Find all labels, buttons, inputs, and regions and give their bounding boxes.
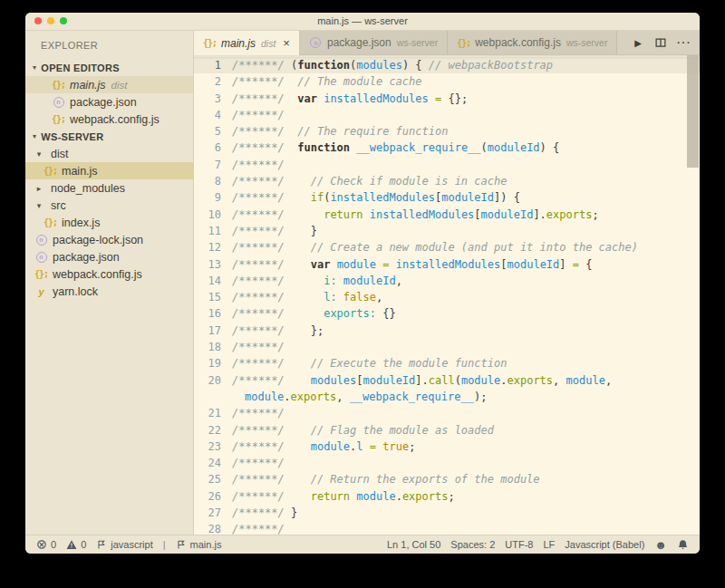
statusbar-text: UTF-8 xyxy=(505,539,533,550)
code-line: 14/******/ i: moduleId, xyxy=(194,273,700,289)
tab-detail: ws-server xyxy=(397,37,439,48)
npm-package-icon: n xyxy=(309,37,323,49)
tree-folder-node_modules[interactable]: ▸node_modules xyxy=(25,179,193,197)
code-text: /******/ // Execute the module function xyxy=(221,355,507,371)
code-line: 24/******/ xyxy=(194,455,700,471)
statusbar-item[interactable]: Javascript (Babel) xyxy=(565,539,644,550)
tree-folder-src[interactable]: ▾src xyxy=(25,197,193,214)
line-number: 18 xyxy=(194,339,221,355)
line-number: 2 xyxy=(194,73,221,90)
tree-file-webpack.config.js[interactable]: {};webpack.config.js xyxy=(25,265,193,283)
explorer-sidebar: EXPLORER ▾ OPEN EDITORS {};main.jsdistnp… xyxy=(25,31,194,535)
yarn-file-icon: y xyxy=(34,285,48,297)
tree-item-label: webpack.config.js xyxy=(53,268,142,281)
close-tab-icon[interactable]: × xyxy=(283,37,290,49)
error-status-item[interactable]: 0 xyxy=(36,539,56,550)
split-editor-button[interactable] xyxy=(653,35,668,50)
line-number: 8 xyxy=(194,173,221,189)
collapse-icon: ▾ xyxy=(33,132,36,140)
window-title: main.js — ws-server xyxy=(25,15,700,26)
code-text: /******/ // Create a new module (and put… xyxy=(221,239,638,255)
tree-item-label: main.js xyxy=(62,165,98,178)
flag-icon xyxy=(176,539,187,550)
code-editor[interactable]: 1/******/ (function(modules) { // webpac… xyxy=(194,55,700,535)
tree-item-label: dist xyxy=(51,148,68,160)
title-bar[interactable]: main.js — ws-server xyxy=(25,13,700,31)
warning-status-item[interactable]: 0 xyxy=(66,539,86,550)
statusbar-item[interactable]: Ln 1, Col 50 xyxy=(387,539,440,550)
tab-package.json[interactable]: npackage.jsonws-server xyxy=(300,31,448,54)
open-editor-label: webpack.config.js xyxy=(70,113,160,126)
statusbar-separator: | xyxy=(163,539,166,550)
code-line: 7/******/ xyxy=(194,157,700,173)
statusbar-text: 0 xyxy=(51,539,56,550)
chevron-right-icon: ▸ xyxy=(34,184,44,193)
line-number: 17 xyxy=(194,323,221,339)
code-text: /******/ // Check if module is in cache xyxy=(221,173,507,189)
tab-label: webpack.config.js xyxy=(475,36,561,49)
tab-detail: ws-server xyxy=(566,37,608,48)
line-number: 27 xyxy=(194,505,221,521)
code-line: 10/******/ return installedModules[modul… xyxy=(194,207,700,223)
open-editor-item[interactable]: {};main.jsdist xyxy=(25,76,193,93)
sidebar-title: EXPLORER xyxy=(41,40,193,51)
statusbar-text: Ln 1, Col 50 xyxy=(387,539,440,550)
code-text: /******/ if(installedModules[moduleId]) … xyxy=(221,189,520,206)
line-number: 26 xyxy=(194,488,221,505)
tree-item-label: package.json xyxy=(53,251,120,264)
tab-main.js[interactable]: {};main.jsdist× xyxy=(194,31,300,55)
open-editor-item[interactable]: {};webpack.config.js xyxy=(25,111,193,128)
code-text: /******/ modules[moduleId].call(module.e… xyxy=(221,372,612,389)
tree-file-yarn.lock[interactable]: yyarn.lock xyxy=(25,283,193,300)
workspace-header[interactable]: ▾ WS-SERVER xyxy=(25,128,193,145)
tree-file-package-lock.json[interactable]: npackage-lock.json xyxy=(25,231,193,248)
smiley-status-icon[interactable]: ☻ xyxy=(654,539,667,551)
statusbar-item[interactable]: Spaces: 2 xyxy=(450,539,495,550)
code-text: /******/ // The module cache xyxy=(221,73,422,90)
code-text: /******/ xyxy=(221,521,285,535)
code-line: 22/******/ // Flag the module as loaded xyxy=(194,422,700,439)
code-line: 19/******/ // Execute the module functio… xyxy=(194,355,700,371)
npm-package-icon: n xyxy=(34,234,48,246)
tree-file-main.js[interactable]: {};main.js xyxy=(25,162,193,179)
code-line: 23/******/ module.l = true; xyxy=(194,439,700,455)
run-button[interactable]: ▶ xyxy=(631,35,645,50)
line-number: 11 xyxy=(194,223,221,239)
flag-icon xyxy=(96,539,107,550)
line-number: 15 xyxy=(194,289,221,305)
tab-webpack.config.js[interactable]: {};webpack.config.jsws-server xyxy=(448,31,617,54)
code-line: 27/******/ } xyxy=(194,505,700,521)
code-line: 11/******/ } xyxy=(194,223,700,239)
bell-status-icon[interactable] xyxy=(677,539,689,551)
statusbar-text: Spaces: 2 xyxy=(450,539,495,550)
statusbar-text: LF xyxy=(543,539,555,550)
code-line: 25/******/ // Return the exports of the … xyxy=(194,471,700,487)
code-line: 8/******/ // Check if module is in cache xyxy=(194,173,700,189)
code-line: 17/******/ }; xyxy=(194,323,700,339)
open-editor-item[interactable]: npackage.json xyxy=(25,93,193,111)
flag-status-item[interactable]: javascript xyxy=(96,539,152,550)
line-number: 24 xyxy=(194,455,221,471)
tab-bar: {};main.jsdist×npackage.jsonws-server{};… xyxy=(194,31,700,55)
statusbar-item[interactable]: LF xyxy=(543,539,555,550)
tree-file-package.json[interactable]: npackage.json xyxy=(25,248,193,265)
line-number: 4 xyxy=(194,107,221,123)
javascript-file-icon: {}; xyxy=(52,113,65,125)
line-number: 19 xyxy=(194,355,221,371)
code-text: module.exports, __webpack_require__); xyxy=(221,389,487,405)
vertical-scrollbar[interactable] xyxy=(687,55,699,168)
code-text: /******/ xyxy=(221,339,285,355)
statusbar-item[interactable]: UTF-8 xyxy=(505,539,533,550)
tree-folder-dist[interactable]: ▾dist xyxy=(25,145,193,162)
javascript-file-icon: {}; xyxy=(44,217,57,228)
line-number: 7 xyxy=(194,157,221,173)
code-text: /******/ xyxy=(221,455,285,471)
open-editors-header[interactable]: ▾ OPEN EDITORS xyxy=(25,59,193,76)
statusbar-text: Javascript (Babel) xyxy=(565,539,644,550)
tree-file-index.js[interactable]: {};index.js xyxy=(25,214,193,231)
code-line: 3/******/ var installedModules = {}; xyxy=(194,91,700,107)
open-editor-label: main.js xyxy=(70,79,106,92)
more-actions-button[interactable]: ··· xyxy=(676,35,691,50)
line-number: 22 xyxy=(194,422,221,439)
flag-status-item[interactable]: main.js xyxy=(176,539,222,550)
